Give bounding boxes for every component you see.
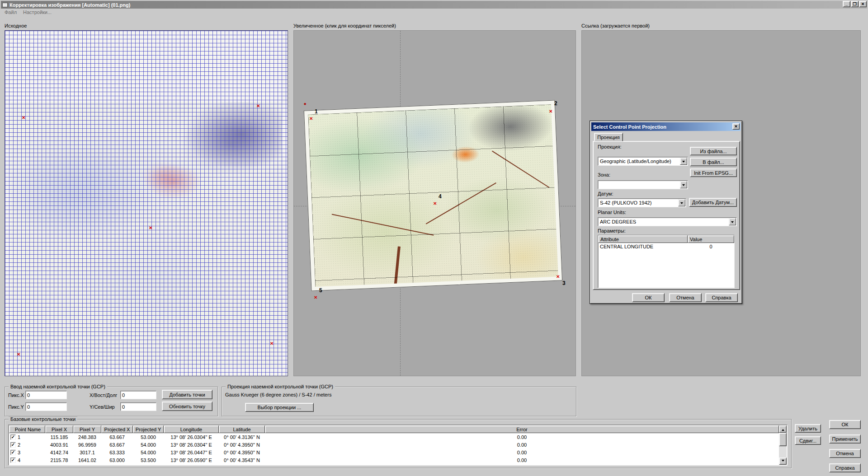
menubar: Файл Настройки... — [1, 9, 867, 15]
pixel-x-input[interactable] — [25, 391, 67, 399]
longitude-value: 13° 08' 26.0447'' E — [164, 450, 219, 455]
help-button[interactable]: Справка — [829, 463, 861, 472]
table-row[interactable]: ✓ 1 115.185 248.383 63.667 53.000 13° 08… — [9, 433, 779, 441]
error-value: 0.00 — [265, 457, 779, 463]
menu-settings[interactable]: Настройки... — [23, 9, 52, 15]
projected-x-value: 63.667 — [101, 434, 133, 440]
y-north-input[interactable] — [120, 402, 156, 411]
column-header-latitude[interactable]: Latitude — [219, 425, 265, 433]
point-checkbox[interactable]: ✓ — [10, 442, 16, 448]
table-row[interactable]: ✓ 2 4003.91 96.9959 63.667 54.000 13° 08… — [9, 441, 779, 448]
window-title: Корректировка изображения [Automatic] (0… — [9, 2, 130, 8]
control-point-number: 4 — [439, 193, 442, 200]
pixel-x-value: 4142.74 — [45, 450, 73, 455]
parameters-table: Attribute Value CENTRAL LONGITUDE 0 — [598, 235, 735, 288]
parameters-label: Параметры: — [598, 228, 626, 233]
control-point-marker-icon: ✕ — [433, 201, 437, 206]
apply-button[interactable]: Применить — [829, 434, 861, 443]
gcp-points-group-label: Базовые контрольные точки — [9, 416, 77, 422]
pixel-x-label: Пикс.X — [8, 392, 24, 398]
init-from-epsg-button[interactable]: Init From EPSG... — [690, 168, 737, 177]
column-header-pixel-x[interactable]: Pixel X — [45, 425, 73, 433]
source-grid-overlay — [5, 31, 288, 376]
chevron-down-icon[interactable] — [678, 199, 685, 206]
projected-y-value: 53.000 — [133, 434, 164, 440]
error-value: 0.00 — [265, 434, 779, 440]
column-header-longitude[interactable]: Longitude — [164, 425, 219, 433]
value-column-header[interactable]: Value — [688, 235, 734, 243]
column-header-pixel-y[interactable]: Pixel Y — [73, 425, 101, 433]
gcp-points-table: Point Name Pixel X Pixel Y Projected X P… — [8, 425, 788, 466]
select-projection-button[interactable]: Выбор проекции ... — [245, 403, 314, 412]
app-icon — [2, 3, 8, 7]
dialog-ok-button[interactable]: ОК — [632, 293, 665, 302]
pixel-y-value: 96.9959 — [73, 442, 101, 448]
dialog-help-button[interactable]: Справка — [705, 293, 738, 302]
column-header-projected-y[interactable]: Projected Y — [133, 425, 164, 433]
datum-combobox[interactable]: S-42 (PULKOVO 1942) — [598, 198, 686, 207]
control-point-marker-icon: ✕ — [149, 226, 152, 230]
point-checkbox[interactable]: ✓ — [10, 457, 16, 463]
latitude-value: 0° 00' 4.3543'' N — [219, 457, 265, 463]
planar-units-combobox[interactable]: ARC DEGREES — [598, 217, 737, 226]
zoom-map-panel[interactable]: ◆ 1 ✕ 2 ✕ 3 ✕ 4 ✕ 5 ✕ — [293, 30, 576, 376]
ok-button[interactable]: ОК — [829, 420, 861, 429]
add-datum-button[interactable]: Добавить Датум... — [689, 198, 737, 207]
chevron-down-icon[interactable] — [680, 181, 687, 188]
parameters-table-row[interactable]: CENTRAL LONGITUDE 0 — [598, 243, 734, 250]
latitude-value: 0° 00' 4.3950'' N — [219, 442, 265, 448]
point-checkbox[interactable]: ✓ — [10, 450, 16, 455]
delete-point-button[interactable]: Удалить — [795, 424, 821, 433]
gcp-projection-value: Gauss Krueger (6 degree zones) / S-42 / … — [225, 392, 331, 397]
zone-combobox[interactable] — [598, 180, 688, 189]
from-file-button[interactable]: Из файла... — [690, 147, 737, 155]
parameter-attribute: CENTRAL LONGITUDE — [598, 244, 688, 249]
scroll-up-icon[interactable] — [779, 425, 787, 433]
chevron-down-icon[interactable] — [680, 158, 687, 165]
shift-button[interactable]: Сдвиг... — [795, 436, 821, 445]
pixel-x-value: 4003.91 — [45, 442, 73, 448]
reference-panel-label: Ссылка (загружается первой) — [581, 23, 650, 28]
projected-y-value: 54.000 — [133, 442, 164, 448]
to-file-button[interactable]: В файл... — [690, 158, 737, 166]
menu-file[interactable]: Файл — [5, 9, 17, 15]
cancel-button[interactable]: Отмена — [829, 449, 861, 458]
minimize-button[interactable]: _ — [843, 1, 850, 7]
dialog-title: Select Control Point Projection — [593, 124, 666, 130]
dialog-close-button[interactable]: ✕ — [732, 123, 740, 130]
projected-x-value: 63.333 — [101, 450, 133, 455]
x-east-input[interactable] — [120, 391, 156, 399]
maximize-button[interactable]: ❒ — [851, 1, 859, 7]
table-scrollbar[interactable] — [779, 425, 787, 465]
dialog-cancel-button[interactable]: Отмена — [669, 293, 702, 302]
datum-label: Датум: — [598, 191, 613, 196]
scrollbar-thumb[interactable] — [779, 433, 787, 446]
zoom-panel-label: Увеличенное (клик для координат пикселей… — [293, 23, 396, 28]
column-header-projected-x[interactable]: Projected X — [101, 425, 133, 433]
table-row[interactable]: ✓ 3 4142.74 3017.1 63.333 54.000 13° 08'… — [9, 448, 779, 456]
map-road — [492, 151, 549, 188]
projection-combobox[interactable]: Geographic (Latitude/Longitude) — [598, 157, 688, 166]
pixel-y-value: 1641.02 — [73, 457, 101, 463]
titlebar[interactable]: Корректировка изображения [Automatic] (0… — [1, 1, 867, 9]
update-point-button[interactable]: Обновить точку — [162, 401, 212, 411]
tab-projection[interactable]: Проекция — [594, 133, 623, 141]
add-point-button[interactable]: Добавить точки — [162, 390, 212, 399]
column-header-point-name[interactable]: Point Name — [9, 425, 45, 433]
scroll-down-icon[interactable] — [779, 457, 787, 465]
control-point-marker-icon: ✕ — [270, 341, 274, 346]
control-point-number: 2 — [554, 100, 557, 107]
longitude-value: 13° 08' 26.0590'' E — [164, 457, 219, 463]
pixel-y-input[interactable] — [25, 402, 67, 411]
projection-combobox-value: Geographic (Latitude/Longitude) — [600, 157, 679, 165]
table-row[interactable]: ✓ 4 2115.78 1641.02 63.000 53.500 13° 08… — [9, 456, 779, 464]
dialog-titlebar[interactable]: Select Control Point Projection ✕ — [591, 122, 741, 131]
attribute-column-header[interactable]: Attribute — [598, 235, 688, 243]
point-checkbox[interactable]: ✓ — [10, 434, 16, 440]
close-button[interactable]: ✕ — [859, 1, 867, 7]
column-header-error[interactable]: Error — [265, 425, 779, 433]
source-map-panel[interactable]: ✕ ✕ ✕ ✕ ✕ — [5, 30, 288, 376]
chevron-down-icon[interactable] — [729, 218, 736, 225]
point-name: 4 — [18, 457, 20, 463]
projected-y-value: 53.500 — [133, 457, 164, 463]
